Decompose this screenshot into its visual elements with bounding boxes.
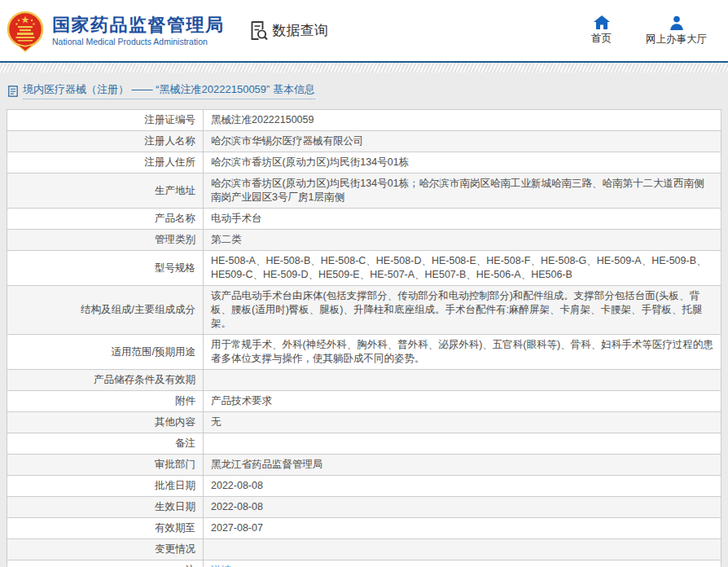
document-icon (8, 86, 18, 97)
row-label: 批准日期 (155, 480, 195, 491)
table-row: 注册人名称 哈尔滨市华锡尔医疗器械有限公司 (7, 131, 721, 152)
row-label-cell: ●注 (7, 560, 204, 567)
table-row: 备注 (7, 433, 721, 455)
row-value-cell: 第二类 (204, 230, 721, 251)
row-label: 审批部门 (155, 459, 195, 470)
row-label-cell: 其他内容 (7, 412, 204, 433)
row-label: 注册人住所 (145, 156, 196, 168)
row-value-cell: 哈尔滨市香坊区(原动力区)均民街134号01栋；哈尔滨市南岗区哈南工业新城哈南三… (204, 174, 721, 209)
row-value-cell: 哈尔滨市香坊区(原动力区)均民街134号01栋 (204, 152, 721, 174)
row-value-cell (204, 433, 721, 455)
row-label-cell: 管理类别 (7, 230, 204, 251)
top-nav: 首页 网上办事大厅 (591, 15, 707, 46)
content-area: 境内医疗器械（注册） —— “黑械注准20222150059” 基本信息 注册证… (0, 73, 728, 567)
row-value-cell (204, 539, 721, 560)
table-row: 产品储存条件及有效期 (7, 370, 721, 391)
row-label-cell: 批准日期 (7, 476, 204, 497)
nav-home-label: 首页 (591, 32, 612, 46)
table-row: 管理类别 第二类 (7, 230, 721, 251)
row-label-cell: 注册证编号 (7, 110, 204, 131)
row-value-cell: 该产品电动手术台由床体(包括支撑部分、传动部分和电动控制部分)和配件组成。支撑部… (204, 286, 721, 335)
row-value-cell: 用于常规手术、外科(神经外科、胸外科、普外科、泌尿外科)、五官科(眼科等)、骨科… (204, 335, 721, 370)
table-row: 生效日期 2022-08-08 (7, 497, 721, 518)
table-row: 结构及组成/主要组成成分 该产品电动手术台由床体(包括支撑部分、传动部分和电动控… (7, 286, 721, 335)
table-row: 产品名称 电动手术台 (7, 209, 721, 230)
site-title: 国家药品监督管理局 (52, 15, 225, 36)
row-label-cell: 注册人住所 (7, 152, 204, 174)
nav-home[interactable]: 首页 (591, 15, 612, 46)
row-label: 其他内容 (155, 416, 195, 428)
data-query-label: 数据查询 (273, 21, 328, 40)
row-label: 附件 (175, 395, 195, 407)
row-label-cell: 注册人名称 (7, 131, 204, 152)
row-label-cell: 有效期至 (7, 518, 204, 539)
table-row: 附件 产品技术要求 (7, 391, 721, 412)
row-label-cell: 生产地址 (7, 174, 204, 209)
row-label-cell: 附件 (7, 391, 204, 412)
user-icon (669, 15, 685, 30)
nav-service-hall[interactable]: 网上办事大厅 (646, 15, 707, 46)
row-label: 注册人名称 (145, 135, 196, 147)
row-label: 变更情况 (155, 543, 195, 555)
row-label-cell: 生效日期 (7, 497, 204, 518)
row-value-cell: 2027-08-07 (204, 518, 721, 539)
row-label: 管理类别 (155, 234, 195, 245)
row-label: 适用范围/预期用途 (112, 346, 195, 358)
data-query-section: 数据查询 (249, 20, 328, 41)
row-value-cell: 产品技术要求 (204, 391, 721, 412)
site-subtitle: National Medical Products Administration (52, 37, 225, 46)
device-info-table: 注册证编号 黑械注准20222150059 注册人名称 哈尔滨市华锡尔医疗器械有… (7, 109, 721, 567)
row-value-cell: 无 (204, 412, 721, 433)
row-label: 产品名称 (155, 213, 195, 224)
table-row: 注册人住所 哈尔滨市香坊区(原动力区)均民街134号01栋 (7, 152, 721, 174)
doc-search-icon (249, 20, 268, 41)
breadcrumb-text: 境内医疗器械（注册） —— “黑械注准20222150059” 基本信息 (23, 82, 315, 99)
table-row: 审批部门 黑龙江省药品监督管理局 (7, 455, 721, 476)
row-value-cell: 详情 (204, 560, 721, 567)
row-label-cell: 备注 (7, 433, 204, 455)
row-label: 备注 (175, 437, 195, 449)
row-label-cell: 型号规格 (7, 251, 204, 286)
row-value-cell: 2022-08-08 (204, 497, 721, 518)
row-label-cell: 结构及组成/主要组成成分 (7, 286, 204, 335)
row-label: 注册证编号 (145, 114, 196, 125)
row-value-cell: 黑龙江省药品监督管理局 (204, 455, 721, 476)
brand-text: 国家药品监督管理局 National Medical Products Admi… (52, 15, 225, 46)
table-row: ●注 详情 (7, 560, 721, 567)
row-value-cell: 电动手术台 (204, 209, 721, 230)
table-row: 其他内容 无 (7, 412, 721, 433)
brand[interactable]: 国家药品监督管理局 National Medical Products Admi… (7, 10, 225, 52)
table-row: 适用范围/预期用途 用于常规手术、外科(神经外科、胸外科、普外科、泌尿外科)、五… (7, 335, 721, 370)
table-row: 注册证编号 黑械注准20222150059 (7, 110, 721, 131)
row-value-cell (204, 370, 721, 391)
table-row: 型号规格 HE-508-A、HE-508-B、HE-508-C、HE-508-D… (7, 251, 721, 286)
table-row: 有效期至 2027-08-07 (7, 518, 721, 539)
nmpa-emblem-logo (7, 10, 44, 52)
row-label-cell: 产品储存条件及有效期 (7, 370, 204, 391)
table-row: 批准日期 2022-08-08 (7, 476, 721, 497)
row-label: 生产地址 (155, 185, 195, 196)
row-value-cell: 黑械注准20222150059 (204, 110, 721, 131)
nav-service-hall-label: 网上办事大厅 (646, 33, 707, 46)
row-label-cell: 审批部门 (7, 455, 204, 476)
row-label: 产品储存条件及有效期 (94, 374, 195, 385)
row-value-cell: 哈尔滨市华锡尔医疗器械有限公司 (204, 131, 721, 152)
row-label-cell: 产品名称 (7, 209, 204, 230)
row-label: 有效期至 (155, 522, 195, 534)
row-label: 型号规格 (155, 262, 195, 274)
table-row: 变更情况 (7, 539, 721, 560)
row-label: 生效日期 (155, 501, 195, 512)
hatch-band (0, 63, 728, 73)
row-label: 结构及组成/主要组成成分 (81, 304, 195, 315)
row-value-cell: 2022-08-08 (204, 476, 721, 497)
breadcrumb: 境内医疗器械（注册） —— “黑械注准20222150059” 基本信息 (8, 82, 721, 99)
row-label-cell: 适用范围/预期用途 (7, 335, 204, 370)
row-value-cell: HE-508-A、HE-508-B、HE-508-C、HE-508-D、HE-5… (204, 251, 721, 286)
table-row: 生产地址 哈尔滨市香坊区(原动力区)均民街134号01栋；哈尔滨市南岗区哈南工业… (7, 174, 721, 209)
site-header: 国家药品监督管理局 National Medical Products Admi… (0, 0, 728, 61)
info-table-body: 注册证编号 黑械注准20222150059 注册人名称 哈尔滨市华锡尔医疗器械有… (7, 110, 721, 567)
row-label-cell: 变更情况 (7, 539, 204, 560)
home-icon (594, 15, 610, 29)
